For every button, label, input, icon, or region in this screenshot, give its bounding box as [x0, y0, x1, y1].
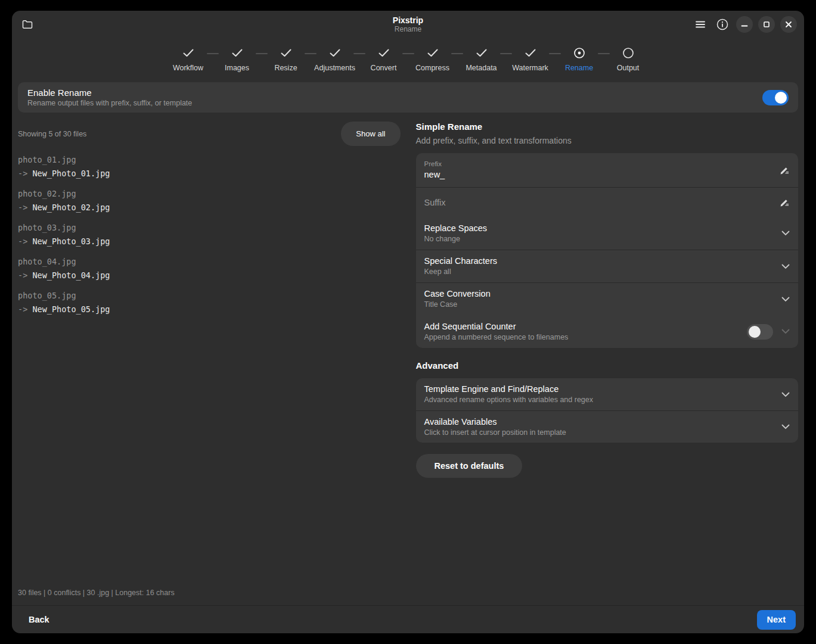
step-label: Compress — [415, 64, 449, 72]
step-resize[interactable]: Resize — [269, 46, 303, 72]
back-button[interactable]: Back — [20, 610, 58, 629]
close-button[interactable] — [780, 16, 797, 33]
step-separator — [500, 53, 512, 54]
row-title: Replace Spaces — [424, 223, 782, 234]
rename-arrow: -> — [18, 237, 27, 246]
counter-toggle[interactable] — [747, 324, 773, 340]
step-current-icon — [573, 46, 585, 60]
option-row-case-conversion[interactable]: Case ConversionTitle Case — [416, 282, 799, 315]
row-title: Special Characters — [424, 256, 782, 267]
step-compress[interactable]: Compress — [415, 46, 450, 72]
headerbar: Pixstrip Rename — [12, 11, 804, 38]
step-workflow[interactable]: Workflow — [171, 46, 206, 72]
simple-rename-card: Prefix — [416, 153, 799, 348]
step-label: Rename — [565, 64, 593, 72]
reset-to-defaults-button[interactable]: Reset to defaults — [416, 454, 523, 478]
row-title: Template Engine and Find/Replace — [424, 384, 782, 395]
step-separator — [353, 53, 365, 54]
step-label: Workflow — [173, 64, 203, 72]
row-title: Available Variables — [424, 416, 782, 428]
minimize-icon — [741, 21, 748, 28]
wizard-steps: WorkflowImagesResizeAdjustmentsConvertCo… — [12, 38, 804, 77]
step-separator — [402, 53, 414, 54]
enable-rename-title: Enable Rename — [27, 87, 192, 98]
step-done-icon — [378, 46, 389, 60]
status-summary: 30 files | 0 conflicts | 30 .jpg | Longe… — [12, 589, 804, 605]
maximize-button[interactable] — [758, 16, 775, 33]
step-metadata[interactable]: Metadata — [464, 46, 499, 72]
step-separator — [451, 53, 463, 54]
prefix-label: Prefix — [424, 160, 773, 169]
file-rename-list: photo_01.jpg-> New_Photo_01.jpgphoto_02.… — [18, 154, 401, 324]
step-done-icon — [232, 46, 243, 60]
original-filename: photo_05.jpg — [18, 290, 401, 301]
advanced-row-available-variables[interactable]: Available VariablesClick to insert at cu… — [416, 410, 799, 443]
rename-arrow: -> — [18, 304, 27, 314]
new-filename: New_Photo_01.jpg — [32, 169, 110, 178]
row-title: Case Conversion — [424, 288, 782, 300]
rename-options-panel: Simple Rename Add prefix, suffix, and te… — [416, 122, 799, 589]
row-subtitle: Click to insert at cursor position in te… — [424, 428, 782, 438]
enable-rename-row: Enable Rename Rename output files with p… — [18, 82, 798, 113]
suffix-input[interactable] — [424, 197, 773, 209]
step-convert[interactable]: Convert — [367, 46, 401, 72]
step-watermark[interactable]: Watermark — [513, 46, 548, 72]
file-rename-item: photo_02.jpg-> New_Photo_02.jpg — [18, 188, 401, 213]
counter-subtitle: Append a numbered sequence to filenames — [424, 332, 747, 343]
original-filename: photo_03.jpg — [18, 222, 401, 233]
rename-arrow: -> — [18, 270, 27, 280]
enable-rename-toggle[interactable] — [762, 90, 789, 105]
footer-bar: Back Next — [12, 605, 804, 633]
step-separator — [305, 53, 317, 54]
file-rename-item: photo_05.jpg-> New_Photo_05.jpg — [18, 290, 401, 315]
close-icon — [785, 21, 792, 28]
info-icon — [716, 18, 728, 30]
new-filename: New_Photo_02.jpg — [32, 203, 110, 212]
sequential-counter-row: Add Sequential Counter Append a numbered… — [416, 315, 799, 348]
show-all-button[interactable]: Show all — [341, 122, 400, 146]
row-subtitle: Keep all — [424, 267, 782, 277]
step-done-icon — [525, 46, 536, 60]
step-rename[interactable]: Rename — [562, 46, 597, 72]
open-folder-button[interactable] — [19, 16, 36, 33]
step-separator — [598, 53, 610, 54]
rename-arrow: -> — [18, 169, 27, 178]
counter-title: Add Sequential Counter — [424, 321, 747, 332]
step-label: Adjustments — [314, 64, 355, 72]
step-separator — [549, 53, 561, 54]
hamburger-menu-icon — [696, 21, 705, 28]
option-row-replace-spaces[interactable]: Replace SpacesNo change — [416, 217, 799, 250]
step-separator — [207, 53, 219, 54]
step-done-icon — [427, 46, 438, 60]
option-row-special-characters[interactable]: Special CharactersKeep all — [416, 250, 799, 282]
advanced-card: Template Engine and Find/ReplaceAdvanced… — [416, 378, 799, 443]
row-subtitle: Advanced rename options with variables a… — [424, 395, 782, 405]
folder-icon — [22, 20, 33, 29]
main-menu-button[interactable] — [692, 16, 709, 33]
chevron-down-icon — [781, 424, 790, 430]
prefix-row[interactable]: Prefix — [416, 153, 799, 187]
step-label: Resize — [274, 64, 297, 72]
original-filename: photo_04.jpg — [18, 256, 401, 267]
prefix-input[interactable] — [424, 169, 773, 181]
next-button[interactable]: Next — [757, 610, 796, 630]
step-done-icon — [476, 46, 487, 60]
file-rename-item: photo_04.jpg-> New_Photo_04.jpg — [18, 256, 401, 281]
about-button[interactable] — [714, 16, 731, 33]
rename-arrow: -> — [18, 203, 27, 212]
new-filename: New_Photo_05.jpg — [32, 304, 110, 314]
toggle-knob — [775, 92, 787, 104]
suffix-row[interactable] — [416, 187, 799, 217]
chevron-down-icon — [781, 264, 790, 269]
step-label: Images — [225, 64, 249, 72]
step-adjustments[interactable]: Adjustments — [318, 46, 352, 72]
step-label: Metadata — [466, 64, 497, 72]
step-output[interactable]: Output — [611, 46, 646, 72]
advanced-row-template-engine-and-find-replace[interactable]: Template Engine and Find/ReplaceAdvanced… — [416, 378, 799, 410]
minimize-button[interactable] — [736, 16, 753, 33]
edit-pencil-icon — [780, 165, 790, 175]
chevron-down-icon[interactable] — [781, 329, 790, 334]
step-label: Watermark — [512, 64, 548, 72]
step-label: Convert — [371, 64, 397, 72]
step-images[interactable]: Images — [220, 46, 255, 72]
